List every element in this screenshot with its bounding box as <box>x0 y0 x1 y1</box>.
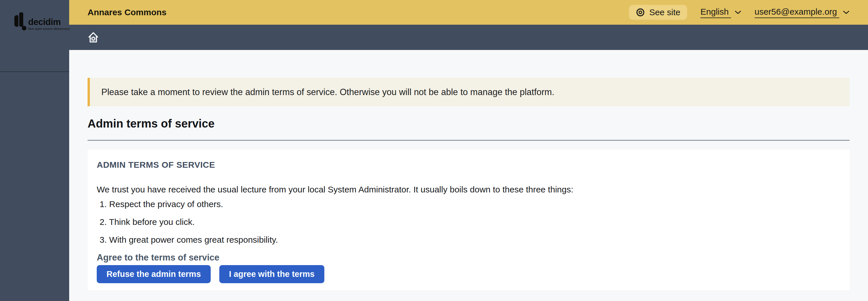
terms-intro: We trust you have received the usual lec… <box>97 184 840 195</box>
terms-item-2: 2. Think before you click. <box>100 217 840 227</box>
home-button[interactable] <box>88 31 99 43</box>
language-menu[interactable]: English <box>701 7 741 18</box>
callout-text: Please take a moment to review the admin… <box>101 87 554 97</box>
topbar-right: See site English user56@example.org <box>629 5 849 20</box>
logo-tagline: free open-source democracy <box>28 27 70 30</box>
decidim-logo-icon <box>14 13 27 30</box>
language-label: English <box>701 7 731 18</box>
eye-icon <box>636 8 645 17</box>
admin-sidebar: decidim free open-source democracy <box>0 0 69 301</box>
sidebar-header: decidim free open-source democracy <box>0 13 69 72</box>
terms-card: ADMIN TERMS OF SERVICE We trust you have… <box>88 150 849 290</box>
user-menu[interactable]: user56@example.org <box>755 7 849 18</box>
organization-title: Annares Commons <box>88 7 166 17</box>
see-site-button[interactable]: See site <box>629 5 687 20</box>
agree-heading: Agree to the terms of service <box>97 252 840 263</box>
see-site-label: See site <box>649 7 680 17</box>
logo-wordmark: decidim <box>28 18 70 26</box>
chevron-down-icon <box>735 10 741 14</box>
topbar: Annares Commons See site English user56@… <box>69 0 868 25</box>
secondary-navbar <box>69 25 868 50</box>
page-title: Admin terms of service <box>88 117 849 130</box>
user-email: user56@example.org <box>755 7 839 18</box>
terms-item-1: 1. Respect the privacy of others. <box>100 199 840 209</box>
home-gear-icon <box>88 31 99 43</box>
decidim-logo[interactable]: decidim free open-source democracy <box>14 13 69 30</box>
card-heading: ADMIN TERMS OF SERVICE <box>97 160 840 170</box>
divider <box>88 140 849 141</box>
main-content: Please take a moment to review the admin… <box>69 50 868 301</box>
terms-item-3: 3. With great power comes great responsi… <box>100 235 840 245</box>
chevron-down-icon <box>843 10 849 14</box>
terms-list: 1. Respect the privacy of others. 2. Thi… <box>97 199 840 245</box>
agree-terms-button[interactable]: I agree with the terms <box>219 265 324 283</box>
refuse-terms-button[interactable]: Refuse the admin terms <box>97 265 211 283</box>
terms-actions: Refuse the admin terms I agree with the … <box>97 265 840 283</box>
admin-tos-callout: Please take a moment to review the admin… <box>88 78 849 106</box>
